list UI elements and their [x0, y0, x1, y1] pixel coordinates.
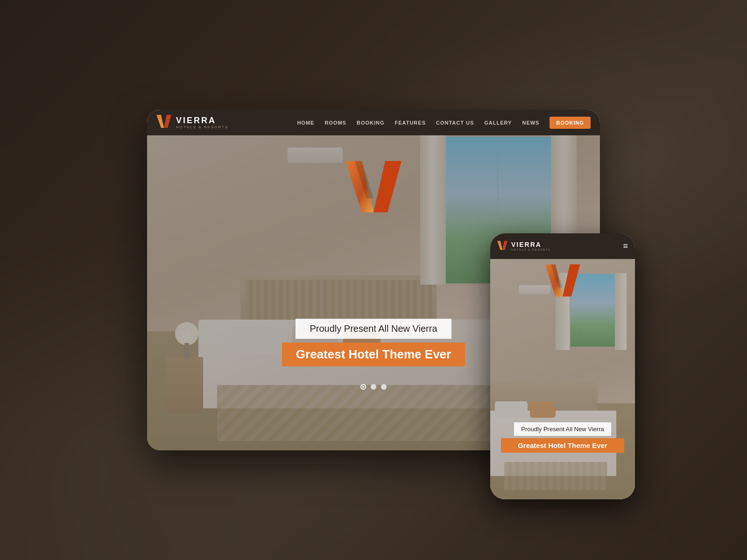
nav-news[interactable]: NEWS — [522, 120, 539, 126]
mobile-v-logo — [545, 261, 580, 302]
svg-marker-4 — [164, 115, 171, 128]
nav-features[interactable]: FEATURES — [395, 120, 426, 126]
nav-brand: VIERRA HOTELS & RESORTS — [176, 116, 228, 129]
hero-title: Greatest Hotel Theme Ever — [282, 343, 465, 366]
tablet-navbar: VIERRA HOTELS & RESORTS HOME ROOMS BOOKI… — [147, 110, 600, 135]
svg-marker-6 — [563, 265, 580, 297]
mobile-hamburger-icon[interactable]: ≡ — [623, 241, 628, 251]
svg-marker-9 — [502, 241, 507, 250]
dot-3[interactable] — [381, 384, 387, 390]
mobile-navbar: VIERRA HOTELS & RESORTS ≡ — [490, 233, 635, 259]
mobile-hero-subtitle: Proudly Present All New Vierra — [514, 422, 611, 436]
hero-text-overlay: Proudly Present All New Vierra Greatest … — [147, 319, 600, 366]
mobile-brand-sub: HOTELS & RESORTS — [511, 248, 550, 251]
nav-contact[interactable]: CONTACT US — [436, 120, 474, 126]
mobile-website: VIERRA HOTELS & RESORTS ≡ Proudly Presen… — [490, 233, 635, 499]
nav-booking[interactable]: BOOKING — [357, 120, 385, 126]
hero-subtitle: Proudly Present All New Vierra — [296, 319, 451, 339]
nav-gallery[interactable]: GALLERY — [484, 120, 512, 126]
nav-brand-name: VIERRA — [176, 116, 228, 125]
nav-home[interactable]: HOME — [297, 120, 314, 126]
svg-marker-3 — [156, 115, 164, 128]
dot-1[interactable] — [360, 384, 366, 390]
svg-marker-8 — [497, 241, 502, 250]
nav-logo: VIERRA HOTELS & RESORTS — [156, 114, 228, 132]
dot-2[interactable] — [371, 384, 376, 390]
slider-dots — [360, 384, 387, 390]
nav-rooms[interactable]: ROOMS — [324, 120, 346, 126]
mobile-hero-text: Proudly Present All New Vierra Greatest … — [490, 422, 635, 453]
nav-booking-button[interactable]: BOOKING — [550, 117, 591, 129]
mobile-brand-name: VIERRA — [511, 241, 550, 248]
svg-marker-1 — [374, 161, 402, 212]
hero-v-logo — [345, 156, 402, 222]
nav-links: HOME ROOMS BOOKING FEATURES CONTACT US G… — [297, 117, 591, 129]
mobile-brand: VIERRA HOTELS & RESORTS — [511, 241, 550, 251]
mobile-frame: VIERRA HOTELS & RESORTS ≡ Proudly Presen… — [490, 233, 635, 499]
mobile-hero-title: Greatest Hotel Theme Ever — [501, 438, 624, 453]
nav-brand-sub: HOTELS & RESORTS — [176, 126, 228, 129]
mobile-nav-logo: VIERRA HOTELS & RESORTS — [497, 240, 550, 252]
main-container: VIERRA HOTELS & RESORTS HOME ROOMS BOOKI… — [0, 0, 747, 560]
